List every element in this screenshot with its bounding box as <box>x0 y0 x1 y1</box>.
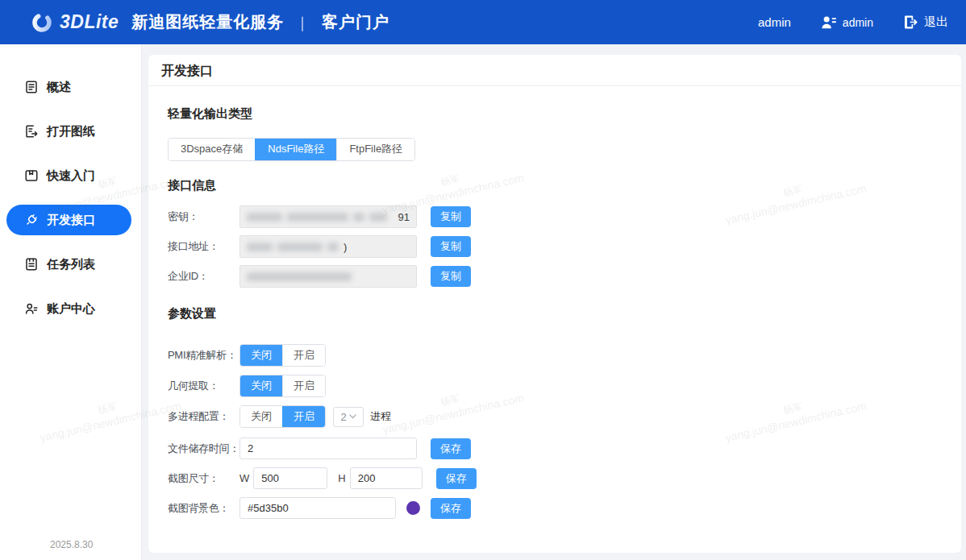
task-list-icon <box>24 257 39 272</box>
toggle-on-option[interactable]: 开启 <box>282 406 325 427</box>
height-letter-label: H <box>338 472 345 484</box>
tab-ndsfile[interactable]: NdsFile路径 <box>255 139 336 160</box>
top-header: 3DLite 新迪图纸轻量化服务｜客户门户 admin admin 退出 <box>0 0 966 44</box>
sidebar-item-label: 快速入门 <box>47 168 95 184</box>
geometry-extract-row: 几何提取： 关闭 开启 <box>168 375 942 397</box>
sidebar-item-account-center[interactable]: 账户中心 <box>0 293 141 324</box>
quick-start-icon <box>24 168 39 183</box>
file-storage-time-row: 文件储存时间： 保存 <box>168 438 942 459</box>
snapshot-height-input[interactable] <box>350 467 423 489</box>
account-menu[interactable]: admin <box>815 15 873 30</box>
copy-button[interactable]: 复制 <box>431 236 471 257</box>
save-button[interactable]: 保存 <box>431 438 471 459</box>
tab-ftpfile[interactable]: FtpFile路径 <box>336 139 414 160</box>
app-logo[interactable]: 3DLite <box>31 11 119 34</box>
sidebar-item-quick-start[interactable]: 快速入门 <box>0 160 141 191</box>
chevron-down-icon <box>349 414 356 419</box>
save-button[interactable]: 保存 <box>436 468 477 489</box>
sidebar-item-label: 开发接口 <box>47 213 95 228</box>
section-heading-output-type: 轻量化输出类型 <box>168 106 942 122</box>
field-label: PMI精准解析： <box>168 348 239 363</box>
redacted-text <box>247 243 273 251</box>
sidebar-item-dev-api[interactable]: 开发接口 <box>6 205 131 235</box>
redacted-text <box>247 213 282 222</box>
field-label: 文件储存时间： <box>168 442 239 456</box>
field-label: 企业ID： <box>168 269 239 284</box>
logo-text: 3DLite <box>60 11 119 33</box>
toggle-on-option[interactable]: 开启 <box>282 345 325 366</box>
pmi-parse-toggle: 关闭 开启 <box>239 344 326 367</box>
process-count-value: 2 <box>340 411 346 423</box>
logout-label: 退出 <box>924 15 948 30</box>
open-drawing-icon <box>24 124 39 139</box>
logo-swirl-icon <box>31 11 53 34</box>
logout-icon <box>903 15 918 30</box>
snapshot-width-input[interactable] <box>253 467 327 489</box>
redacted-text <box>247 272 352 281</box>
sidebar-item-overview[interactable]: 概述 <box>0 72 141 102</box>
sidebar-item-label: 账户中心 <box>47 301 95 317</box>
copy-button[interactable]: 复制 <box>431 266 471 287</box>
content-card: 开发接口 轻量化输出类型 3Dspace存储 NdsFile路径 FtpFile… <box>148 55 961 553</box>
field-label: 多进程配置： <box>168 409 239 424</box>
toggle-off-option[interactable]: 关闭 <box>240 375 282 396</box>
field-label: 接口地址： <box>168 239 239 254</box>
sidebar: 概述 打开图纸 快速入门 开发接口 <box>0 44 142 560</box>
portal-title: 客户门户 <box>322 13 389 31</box>
section-heading-params: 参数设置 <box>168 305 942 321</box>
api-key-row: 密钥： 91 复制 <box>168 205 942 228</box>
toggle-off-option[interactable]: 关闭 <box>240 406 282 427</box>
redacted-text <box>369 213 387 222</box>
color-swatch[interactable] <box>406 501 420 515</box>
logout-button[interactable]: 退出 <box>897 15 948 30</box>
snapshot-size-row: 截图尺寸： W H 保存 <box>168 467 942 489</box>
company-id-field <box>239 265 417 288</box>
api-url-visible-suffix: ) <box>344 241 347 253</box>
title-separator: ｜ <box>295 15 310 31</box>
toggle-off-option[interactable]: 关闭 <box>240 345 282 366</box>
geometry-extract-toggle: 关闭 开启 <box>239 375 326 397</box>
snapshot-bgcolor-row: 截图背景色： 保存 <box>168 497 942 519</box>
snapshot-bgcolor-input[interactable] <box>239 497 396 519</box>
copy-button[interactable]: 复制 <box>431 206 471 227</box>
redacted-text <box>287 213 348 222</box>
multiprocess-row: 多进程配置： 关闭 开启 2 进程 <box>168 405 942 428</box>
width-letter-label: W <box>239 472 249 484</box>
toggle-on-option[interactable]: 开启 <box>282 375 325 396</box>
field-label: 截图背景色： <box>168 501 239 516</box>
page-title: 开发接口 <box>148 55 961 86</box>
account-icon <box>24 301 39 316</box>
field-label: 几何提取： <box>168 379 239 393</box>
save-button[interactable]: 保存 <box>431 498 471 519</box>
sidebar-item-open-drawing[interactable]: 打开图纸 <box>0 116 141 147</box>
output-type-tabs: 3Dspace存储 NdsFile路径 FtpFile路径 <box>168 138 415 161</box>
process-unit-label: 进程 <box>370 409 391 424</box>
api-key-visible-suffix: 91 <box>398 211 410 223</box>
file-storage-time-input[interactable] <box>239 438 417 459</box>
pmi-parse-row: PMI精准解析： 关闭 开启 <box>168 344 942 367</box>
redacted-text <box>277 243 323 251</box>
field-label: 密钥： <box>168 209 239 224</box>
redacted-text <box>327 243 339 251</box>
sidebar-item-label: 概述 <box>47 80 71 95</box>
app-title: 新迪图纸轻量化服务｜客户门户 <box>131 11 389 33</box>
header-username[interactable]: admin <box>758 15 791 29</box>
sidebar-item-label: 打开图纸 <box>47 124 95 139</box>
plug-icon <box>24 213 39 227</box>
redacted-text <box>353 213 364 222</box>
account-label: admin <box>843 16 873 29</box>
api-url-row: 接口地址： ) 复制 <box>168 235 942 258</box>
tab-3dspace[interactable]: 3Dspace存储 <box>169 139 255 160</box>
section-heading-api-info: 接口信息 <box>168 177 942 193</box>
process-count-select[interactable]: 2 <box>333 407 364 427</box>
build-date: 2025.8.30 <box>50 539 93 550</box>
sidebar-item-label: 任务列表 <box>47 257 95 272</box>
api-key-field: 91 <box>239 205 417 228</box>
sidebar-item-task-list[interactable]: 任务列表 <box>0 249 141 280</box>
user-icon <box>821 15 837 30</box>
multiprocess-toggle: 关闭 开启 <box>239 405 326 428</box>
field-label: 截图尺寸： <box>168 471 239 486</box>
company-id-row: 企业ID： 复制 <box>168 265 942 288</box>
overview-icon <box>24 80 39 94</box>
api-url-field: ) <box>239 235 417 258</box>
